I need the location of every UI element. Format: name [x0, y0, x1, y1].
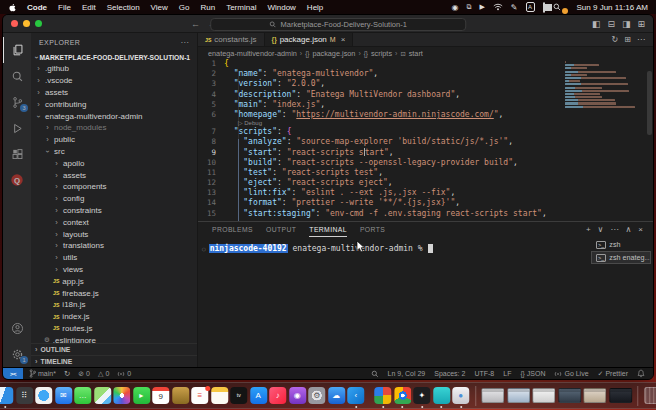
code-editor[interactable]: 1{2 "name": "enatega-multivendor",3 "ver… — [198, 59, 653, 221]
dock-podcasts-icon[interactable]: ◉ — [289, 387, 306, 404]
code-line-8[interactable]: 8 "analyze": "source-map-explorer 'build… — [198, 137, 653, 147]
tree-item-app-js[interactable]: JSapp.js — [31, 275, 197, 287]
sync-status[interactable]: ↻ — [64, 369, 70, 378]
explorer-more-actions-icon[interactable]: ⋯ — [181, 38, 189, 47]
dock-window-thumbnail[interactable] — [609, 388, 632, 403]
activitybar-run-debug-icon[interactable] — [3, 115, 31, 141]
dock-mail-icon[interactable]: ✉ — [55, 387, 72, 404]
breadcrumb-item[interactable]: start — [409, 49, 423, 58]
wifi-icon[interactable] — [493, 3, 503, 11]
tree-item-public[interactable]: ›public — [31, 134, 197, 146]
panel-tab-terminal[interactable]: TERMINAL — [309, 222, 347, 237]
tree-item-firebase-js[interactable]: JSfirebase.js — [31, 287, 197, 299]
indentation[interactable]: Spaces: 2 — [434, 370, 465, 377]
dock-photos-icon[interactable] — [113, 387, 130, 404]
menu-item-run[interactable]: Run — [200, 3, 215, 12]
activitybar-source-control-icon[interactable]: 3 — [3, 89, 31, 115]
tree-item-config[interactable]: ›config — [31, 193, 197, 205]
dock-safari-icon[interactable] — [35, 387, 52, 404]
tree-item-routes-js[interactable]: JSroutes.js — [31, 323, 197, 335]
branch-status[interactable]: main* — [29, 369, 56, 378]
timeline-section[interactable]: › TIMELINE — [31, 355, 197, 367]
dock-window-thumbnail[interactable] — [558, 388, 581, 403]
dock-dark-app-icon[interactable]: ✦ — [413, 387, 430, 404]
menu-item-selection[interactable]: Selection — [107, 3, 140, 12]
dock-maps-icon[interactable] — [94, 387, 111, 404]
dock-window-thumbnail[interactable] — [532, 388, 555, 403]
activitybar-search-icon[interactable] — [3, 63, 31, 89]
ports-status[interactable]: 0 — [117, 370, 131, 378]
dock-notes-icon[interactable] — [211, 387, 228, 404]
tree-item-constraints[interactable]: ›constraints — [31, 205, 197, 217]
close-tab-icon[interactable]: × — [341, 35, 346, 44]
codelens-debug[interactable]: ▷ Debug — [198, 120, 653, 127]
tree-item-contributing[interactable]: ›contributing — [31, 98, 197, 110]
warning-count[interactable]: △0 — [98, 370, 109, 378]
spotlight-search-icon[interactable] — [553, 3, 561, 11]
close-window-button[interactable] — [11, 20, 18, 27]
activitybar-account-icon[interactable] — [3, 315, 31, 341]
tree-item-translations[interactable]: ›translations — [31, 240, 197, 252]
tree-item--github[interactable]: ›.github — [31, 63, 197, 75]
terminal-list-item[interactable]: >_zsh enateg… — [591, 251, 651, 264]
dock-calendar-icon[interactable]: 9 — [152, 387, 169, 404]
dock-launchpad-icon[interactable]: ⠿ — [16, 387, 33, 404]
go-live[interactable]: Go Live — [554, 370, 588, 378]
tree-item-assets[interactable]: ›assets — [31, 169, 197, 181]
tree-item-layouts[interactable]: ›layouts — [31, 228, 197, 240]
toggle-sidebar-icon[interactable]: ◧ — [592, 19, 601, 29]
outline-section[interactable]: › OUTLINE — [31, 343, 197, 355]
language-mode[interactable]: {}JSON — [520, 370, 545, 377]
panel-tab-ports[interactable]: PORTS — [360, 222, 385, 237]
cursor-position[interactable]: Ln 9, Col 29 — [388, 370, 426, 377]
dock-trash-icon[interactable] — [644, 387, 656, 404]
dock-books-icon[interactable] — [172, 387, 189, 404]
window-titlebar[interactable]: ← → Marketplace-Food-Delivery-Solution-1… — [3, 15, 653, 33]
play-circle-icon[interactable]: ▶ — [479, 2, 484, 12]
menu-item-window[interactable]: Window — [267, 3, 295, 12]
menu-item-terminal[interactable]: Terminal — [226, 3, 256, 12]
command-center-search[interactable]: Marketplace-Food-Delivery-Solution-1 — [210, 18, 466, 31]
activitybar-explorer-icon[interactable] — [3, 37, 31, 63]
tree-item-src[interactable]: ›src — [31, 146, 197, 158]
tree-item-enatega-multivendor-admin[interactable]: ›enatega-multivendor-admin — [31, 110, 197, 122]
tree-item-index-js[interactable]: JSindex.js — [31, 311, 197, 323]
close-panel-icon[interactable]: × — [638, 225, 643, 234]
menu-item-code[interactable]: Code — [27, 3, 47, 12]
code-line-15[interactable]: 15 "start:staging": "env-cmd -f .env.sta… — [198, 209, 653, 219]
record-icon[interactable]: ◉ — [451, 2, 458, 12]
dock-system-settings-icon[interactable]: ⚙ — [308, 387, 325, 404]
dock-app-store-icon[interactable]: A — [250, 387, 267, 404]
menu-item-view[interactable]: View — [151, 3, 168, 12]
tree-root-folder[interactable]: › MARKETPLACE-FOOD-DELIVERY-SOLUTION-1 — [31, 51, 197, 63]
menu-item-edit[interactable]: Edit — [82, 3, 96, 12]
breadcrumb-item[interactable]: package.json — [312, 49, 355, 58]
dock-weather-icon[interactable]: ☁ — [328, 387, 345, 404]
tab-package-json[interactable]: {}package.jsonM× — [265, 33, 354, 46]
minimize-window-button[interactable] — [23, 20, 30, 27]
dock-window-thumbnail[interactable] — [507, 388, 530, 403]
battery-icon[interactable] — [543, 3, 545, 12]
more-actions-icon[interactable]: ⋯ — [637, 35, 645, 44]
pen-icon[interactable]: ✎ — [511, 2, 518, 12]
activitybar-settings-icon[interactable]: 1 — [3, 341, 31, 367]
split-editor-icon[interactable]: ⊞ — [624, 35, 631, 44]
eol[interactable]: LF — [503, 370, 511, 377]
code-line-7[interactable]: 7 "scripts": { — [198, 127, 653, 137]
apple-menu-icon[interactable] — [8, 2, 17, 12]
tree-item-utils[interactable]: ›utils — [31, 252, 197, 264]
menubar-clock[interactable]: Sun 9 Jun 11:16 AM — [577, 3, 648, 12]
terminal-list-item[interactable]: >_zsh — [591, 238, 651, 251]
editor-scrollbar[interactable] — [647, 71, 652, 135]
toggle-secondary-sidebar-icon[interactable]: ◨ — [622, 19, 631, 29]
tree-item-i18n-js[interactable]: JSi18n.js — [31, 299, 197, 311]
code-line-12[interactable]: 12 "eject": "react-scripts eject", — [198, 178, 653, 188]
new-terminal-icon[interactable]: + — [586, 225, 591, 234]
encoding[interactable]: UTF-8 — [474, 370, 494, 377]
dock-office-suite-icon[interactable] — [374, 387, 391, 404]
display-icon[interactable]: ⧉ — [466, 2, 471, 12]
breadcrumb[interactable]: enatega-multivendor-admin›{}package.json… — [198, 47, 653, 59]
tree-item-assets[interactable]: ›assets — [31, 87, 197, 99]
menu-item-file[interactable]: File — [58, 3, 71, 12]
tree-item-views[interactable]: ›views — [31, 264, 197, 276]
